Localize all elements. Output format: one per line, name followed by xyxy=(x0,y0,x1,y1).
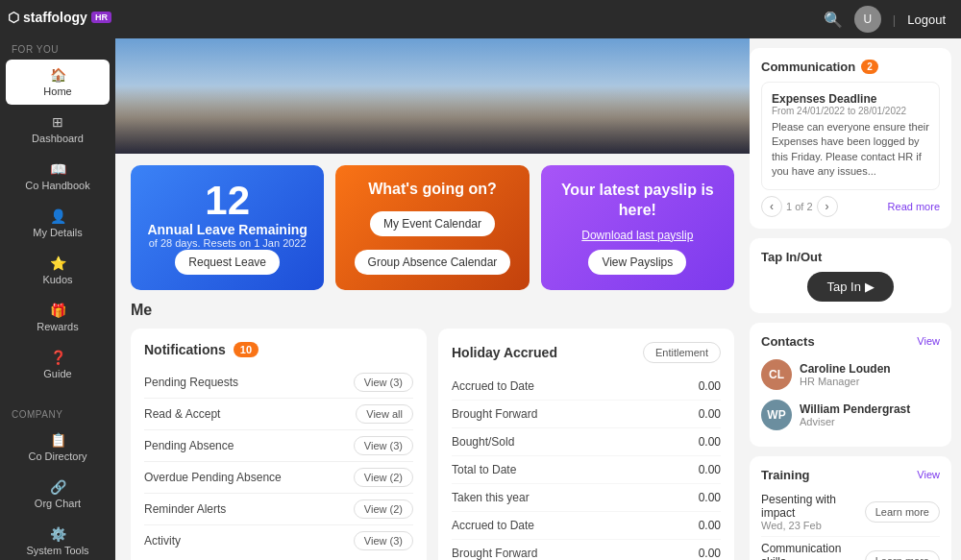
view-reminder-alerts-button[interactable]: View (2) xyxy=(354,499,413,519)
contacts-title: Contacts xyxy=(761,334,815,349)
holiday-value-0: 0.00 xyxy=(699,379,721,393)
holiday-value-4: 0.00 xyxy=(699,491,721,504)
sidebar-item-rewards-label: Rewards xyxy=(37,321,78,332)
holiday-value-2: 0.00 xyxy=(699,435,721,449)
view-activity-button[interactable]: View (3) xyxy=(354,531,413,550)
logo-badge: HR xyxy=(91,12,111,23)
topbar-divider: | xyxy=(893,12,896,27)
comm-nav: ‹ 1 of 2 › Read more xyxy=(761,196,940,217)
holiday-row-4: Taken this year 0.00 xyxy=(452,484,721,512)
notif-label-reminder-alerts: Reminder Alerts xyxy=(144,502,226,516)
contacts-header: Contacts View xyxy=(761,334,940,349)
sidebar-section-for-you: For You xyxy=(0,35,115,59)
request-leave-button[interactable]: Request Leave xyxy=(175,250,280,275)
sidebar-item-kudos[interactable]: ⭐ Kudos xyxy=(6,248,110,293)
notif-row-reminder-alerts: Reminder Alerts View (2) xyxy=(144,494,413,525)
communication-title-text: Communication xyxy=(761,60,855,74)
view-overdue-absence-button[interactable]: View (2) xyxy=(354,468,413,487)
contact-info-1: William Pendergrast Adviser xyxy=(800,402,940,427)
comm-next-button[interactable]: › xyxy=(817,196,838,217)
contact-role-0: HR Manager xyxy=(800,376,940,387)
sidebar-item-home-label: Home xyxy=(43,85,71,97)
view-read-accept-button[interactable]: View all xyxy=(356,404,413,424)
notifications-title: Notifications xyxy=(144,342,226,357)
sidebar-item-guide-label: Guide xyxy=(43,368,71,379)
sidebar-item-guide[interactable]: ❓ Guide xyxy=(6,342,110,387)
sidebar-item-dashboard-label: Dashboard xyxy=(32,133,84,144)
logo-icon: ⬡ xyxy=(8,10,19,25)
home-icon: 🏠 xyxy=(50,67,66,83)
sidebar-item-directory-label: Co Directory xyxy=(28,450,86,462)
training-row-0: Pesenting with impact Wed, 23 Feb Learn … xyxy=(761,488,940,537)
notifications-badge: 10 xyxy=(234,342,259,357)
my-event-calendar-button[interactable]: My Event Calendar xyxy=(370,211,495,236)
sidebar-item-details-label: My Details xyxy=(33,227,82,238)
training-view-link[interactable]: View xyxy=(917,469,940,480)
notif-label-overdue-absence: Overdue Pending Absence xyxy=(144,471,282,484)
holiday-title: Holiday Accrued xyxy=(452,345,557,360)
group-absence-calendar-button[interactable]: Group Absence Calendar xyxy=(355,250,511,275)
training-info-0: Pesenting with impact Wed, 23 Feb xyxy=(761,493,865,531)
communication-card: Communication 2 Expenses Deadline From 2… xyxy=(750,48,951,229)
sidebar-item-system-tools[interactable]: ⚙️ System Tools xyxy=(6,519,110,560)
view-payslips-button[interactable]: View Payslips xyxy=(588,250,686,275)
learn-more-button-0[interactable]: Learn more xyxy=(865,501,940,523)
app-name: staffology xyxy=(23,10,87,25)
notif-label-pending-requests: Pending Requests xyxy=(144,376,238,389)
events-card: What's going on? My Event Calendar Group… xyxy=(335,165,529,290)
comm-prev-button[interactable]: ‹ xyxy=(761,196,782,217)
holiday-label-2: Bought/Sold xyxy=(452,435,514,449)
orgchart-icon: 🔗 xyxy=(50,479,66,495)
view-pending-absence-button[interactable]: View (3) xyxy=(354,436,413,455)
sidebar-item-org-chart[interactable]: 🔗 Org Chart xyxy=(6,472,110,517)
notif-row-read-accept: Read & Accept View all xyxy=(144,399,413,430)
comm-card-title: Expenses Deadline xyxy=(772,92,929,106)
training-name-1: Communication skills xyxy=(761,542,865,560)
contact-name-0: Caroline Louden xyxy=(800,362,940,376)
download-payslip-link[interactable]: Download last payslip xyxy=(581,229,693,242)
holiday-row-0: Accrued to Date 0.00 xyxy=(452,373,721,401)
contact-avatar-0: CL xyxy=(761,359,792,390)
notif-row-pending-absence: Pending Absence View (3) xyxy=(144,430,413,462)
contacts-view-link[interactable]: View xyxy=(917,335,940,347)
holiday-row-1: Brought Forward 0.00 xyxy=(452,401,721,428)
me-section: Me Notifications 10 Pending Requests Vie… xyxy=(115,302,750,560)
view-pending-requests-button[interactable]: View (3) xyxy=(354,373,413,392)
holiday-label-3: Total to Date xyxy=(452,463,516,476)
holiday-row-6: Brought Forward 0.00 xyxy=(452,540,721,560)
sidebar-item-rewards[interactable]: 🎁 Rewards xyxy=(6,295,110,340)
logout-button[interactable]: Logout xyxy=(907,12,946,27)
sidebar-item-my-details[interactable]: 👤 My Details xyxy=(6,201,110,246)
me-title: Me xyxy=(131,302,734,319)
me-panels: Notifications 10 Pending Requests View (… xyxy=(131,329,734,560)
holiday-label-6: Brought Forward xyxy=(452,547,537,560)
handbook-icon: 📖 xyxy=(50,161,66,177)
contact-initials-0: CL xyxy=(769,368,784,381)
sidebar-item-handbook-label: Co Handbook xyxy=(25,180,89,191)
holiday-row-2: Bought/Sold 0.00 xyxy=(452,428,721,456)
holiday-header: Holiday Accrued Entitlement xyxy=(452,342,721,363)
sidebar-item-dashboard[interactable]: ⊞ Dashboard xyxy=(6,107,110,152)
learn-more-button-1[interactable]: Learn more xyxy=(865,550,940,560)
entitlement-button[interactable]: Entitlement xyxy=(643,342,721,363)
holiday-label-1: Brought Forward xyxy=(452,407,537,421)
hero-buildings xyxy=(115,86,750,154)
sidebar-item-co-directory[interactable]: 📋 Co Directory xyxy=(6,425,110,470)
notifications-header: Notifications 10 xyxy=(144,342,413,357)
sidebar-item-home[interactable]: 🏠 Home xyxy=(6,60,110,105)
contact-avatar-1: WP xyxy=(761,400,792,430)
sidebar-item-tools-label: System Tools xyxy=(26,545,88,556)
directory-icon: 📋 xyxy=(50,432,66,448)
avatar-initials: U xyxy=(864,12,873,26)
kudos-icon: ⭐ xyxy=(50,256,66,271)
sidebar-item-co-handbook[interactable]: 📖 Co Handbook xyxy=(6,154,110,199)
training-title: Training xyxy=(761,468,810,482)
holiday-value-3: 0.00 xyxy=(699,463,721,476)
search-icon[interactable]: 🔍 xyxy=(824,11,843,29)
leave-title: Annual Leave Remaining xyxy=(147,222,307,237)
training-row-1: Communication skills Mon, 16 Apr Learn m… xyxy=(761,537,940,560)
logo-text: ⬡ staffology HR xyxy=(8,10,108,25)
comm-nav-text: 1 of 2 xyxy=(786,201,813,212)
tap-in-button[interactable]: Tap In ▶ xyxy=(807,272,893,302)
read-more-link[interactable]: Read more xyxy=(888,201,940,212)
